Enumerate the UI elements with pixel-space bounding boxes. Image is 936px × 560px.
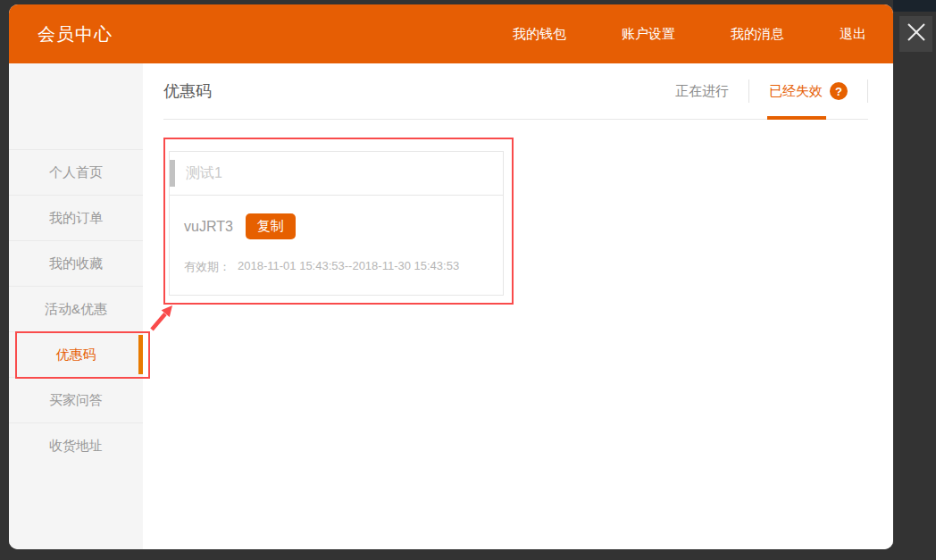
header-nav: 我的钱包 账户设置 我的消息 退出 <box>513 26 893 43</box>
coupon-code: vuJRT3 <box>184 219 233 235</box>
nav-item-wallet[interactable]: 我的钱包 <box>513 26 566 43</box>
sidebar-item-home[interactable]: 个人首页 <box>9 149 143 195</box>
sidebar-spacer <box>9 63 143 149</box>
content-title-row: 优惠码 正在进行 已经失效 ? <box>163 63 868 120</box>
validity-row: 有效期： 2018-11-01 15:43:53--2018-11-30 15:… <box>184 259 489 275</box>
main-content: 优惠码 正在进行 已经失效 ? <box>143 63 893 549</box>
coupon-code-row: vuJRT3 复制 <box>184 213 489 239</box>
sidebar-item-coupon-code[interactable]: 优惠码 <box>9 331 143 377</box>
active-tab-underline <box>767 116 826 120</box>
tabs: 正在进行 已经失效 ? <box>656 63 868 119</box>
sidebar-item-favorites[interactable]: 我的收藏 <box>9 240 143 286</box>
coupon-card-header: 测试1 <box>170 152 503 196</box>
backdrop-top-strip <box>893 0 936 12</box>
close-icon <box>905 21 928 47</box>
nav-item-logout[interactable]: 退出 <box>840 26 866 43</box>
member-center-modal: 会员中心 我的钱包 账户设置 我的消息 退出 个人首页 我的订单 我的收藏 活动… <box>9 4 893 549</box>
close-button[interactable] <box>899 16 932 52</box>
page: { "header": { "title": "会员中心", "nav": [ … <box>0 0 936 560</box>
tab-in-progress[interactable]: 正在进行 <box>656 63 748 119</box>
modal-header: 会员中心 我的钱包 账户设置 我的消息 退出 <box>9 4 893 63</box>
sidebar: 个人首页 我的订单 我的收藏 活动&优惠 优惠码 买家问答 收货地址 <box>9 63 143 549</box>
tab-expired[interactable]: 已经失效 ? <box>749 63 867 119</box>
tab-separator <box>867 79 868 103</box>
tab-label: 正在进行 <box>675 83 729 100</box>
card-marker-bar <box>170 160 175 187</box>
sidebar-item-address[interactable]: 收货地址 <box>9 422 143 468</box>
help-icon[interactable]: ? <box>830 82 848 100</box>
content-title: 优惠码 <box>163 80 212 102</box>
modal-body: 个人首页 我的订单 我的收藏 活动&优惠 优惠码 买家问答 收货地址 优惠码 正… <box>9 63 893 549</box>
sidebar-item-activity[interactable]: 活动&优惠 <box>9 286 143 331</box>
coupon-name: 测试1 <box>186 164 222 183</box>
sidebar-item-label: 优惠码 <box>56 347 96 364</box>
red-annotation-rect-card: 测试1 vuJRT3 复制 有效期： 2018-11-01 15:43:53--… <box>163 138 514 305</box>
coupon-card-body: vuJRT3 复制 有效期： 2018-11-01 15:43:53--2018… <box>170 196 503 295</box>
page-title: 会员中心 <box>38 22 113 46</box>
copy-button[interactable]: 复制 <box>246 213 296 239</box>
sidebar-item-qa[interactable]: 买家问答 <box>9 377 143 422</box>
nav-item-messages[interactable]: 我的消息 <box>731 26 784 43</box>
sidebar-item-orders[interactable]: 我的订单 <box>9 195 143 240</box>
nav-item-settings[interactable]: 账户设置 <box>622 26 675 43</box>
tab-label: 已经失效 <box>769 83 823 100</box>
validity-label: 有效期： <box>184 259 230 275</box>
coupon-card: 测试1 vuJRT3 复制 有效期： 2018-11-01 15:43:53--… <box>169 151 504 296</box>
validity-value: 2018-11-01 15:43:53--2018-11-30 15:43:53 <box>238 259 459 275</box>
